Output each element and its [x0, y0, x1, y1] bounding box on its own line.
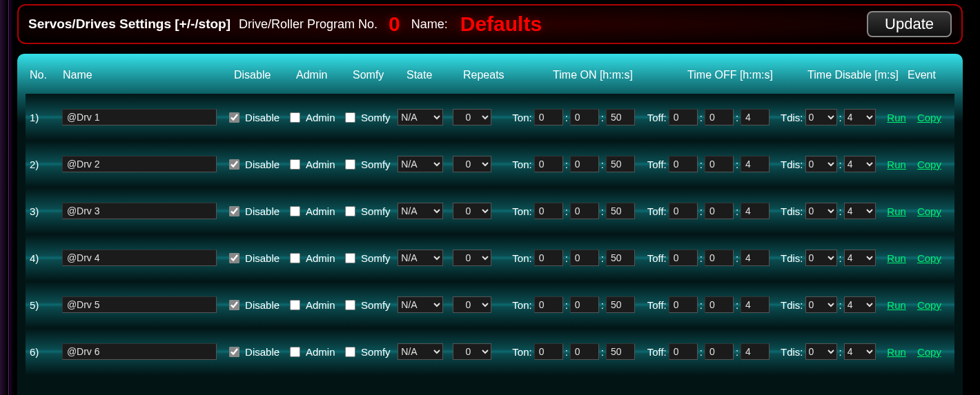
name-input[interactable]: [62, 250, 217, 266]
ton-h-input[interactable]: [534, 250, 563, 266]
toff-h-input[interactable]: [669, 343, 698, 360]
repeats-select[interactable]: 0: [453, 156, 491, 172]
colon: :: [736, 252, 738, 264]
ton-h-input[interactable]: [534, 156, 563, 172]
ton-s-input[interactable]: [606, 109, 635, 125]
tdis-m-select[interactable]: 0: [805, 156, 837, 172]
tdis-m-select[interactable]: 0: [805, 296, 837, 313]
ton-h-input[interactable]: [534, 343, 563, 360]
ton-m-input[interactable]: [570, 109, 599, 125]
toff-s-input[interactable]: [741, 203, 770, 219]
toff-h-input[interactable]: [669, 296, 698, 313]
copy-link[interactable]: Copy: [917, 346, 941, 358]
name-input[interactable]: [62, 343, 217, 360]
copy-link[interactable]: Copy: [917, 252, 941, 264]
somfy-checkbox[interactable]: [345, 347, 355, 357]
admin-checkbox[interactable]: [290, 112, 300, 123]
run-link[interactable]: Run: [887, 112, 906, 123]
copy-link[interactable]: Copy: [917, 159, 941, 170]
disable-checkbox[interactable]: [229, 300, 239, 310]
toff-s-input[interactable]: [741, 250, 770, 266]
toff-m-input[interactable]: [705, 250, 734, 266]
state-select[interactable]: N/A: [398, 156, 443, 172]
ton-m-input[interactable]: [570, 203, 599, 219]
state-select[interactable]: N/A: [398, 343, 443, 360]
somfy-checkbox[interactable]: [345, 300, 355, 310]
copy-link[interactable]: Copy: [917, 299, 941, 311]
toff-m-input[interactable]: [705, 156, 734, 172]
ton-h-input[interactable]: [534, 109, 563, 125]
toff-s-input[interactable]: [741, 156, 770, 172]
toff-s-input[interactable]: [741, 343, 770, 360]
disable-checkbox[interactable]: [229, 159, 239, 170]
copy-link[interactable]: Copy: [917, 112, 941, 123]
tdis-s-select[interactable]: 4: [844, 203, 876, 219]
toff-m-input[interactable]: [705, 109, 734, 125]
tdis-s-select[interactable]: 4: [844, 156, 876, 172]
update-button[interactable]: Update: [867, 11, 952, 37]
run-link[interactable]: Run: [887, 346, 906, 358]
somfy-checkbox[interactable]: [345, 112, 355, 123]
admin-label: Admin: [306, 159, 335, 170]
admin-checkbox[interactable]: [290, 206, 300, 216]
ton-m-input[interactable]: [570, 156, 599, 172]
ton-m-input[interactable]: [570, 250, 599, 266]
ton-s-input[interactable]: [606, 250, 635, 266]
toff-m-input[interactable]: [705, 296, 734, 313]
tdis-s-select[interactable]: 4: [844, 296, 876, 313]
toff-s-input[interactable]: [741, 296, 770, 313]
somfy-checkbox[interactable]: [345, 159, 355, 170]
ton-m-input[interactable]: [570, 296, 599, 313]
ton-m-input[interactable]: [570, 343, 599, 360]
state-select[interactable]: N/A: [398, 109, 443, 125]
admin-checkbox[interactable]: [290, 253, 300, 263]
disable-checkbox[interactable]: [229, 253, 239, 263]
name-input[interactable]: [62, 156, 217, 172]
toff-h-input[interactable]: [669, 203, 698, 219]
tdis-m-select[interactable]: 0: [805, 250, 837, 266]
name-input[interactable]: [62, 203, 217, 219]
ton-s-input[interactable]: [606, 296, 635, 313]
toff-h-input[interactable]: [669, 156, 698, 172]
repeats-select[interactable]: 0: [453, 109, 491, 125]
tdis-s-select[interactable]: 4: [844, 250, 876, 266]
disable-checkbox[interactable]: [229, 112, 239, 123]
admin-checkbox[interactable]: [290, 347, 300, 357]
tdis-s-select[interactable]: 4: [844, 343, 876, 360]
somfy-checkbox[interactable]: [345, 253, 355, 263]
toff-h-input[interactable]: [669, 250, 698, 266]
state-select[interactable]: N/A: [398, 296, 443, 313]
ton-s-input[interactable]: [606, 343, 635, 360]
ton-s-input[interactable]: [606, 156, 635, 172]
ton-h-input[interactable]: [534, 296, 563, 313]
admin-checkbox[interactable]: [290, 300, 300, 310]
run-link[interactable]: Run: [887, 205, 906, 217]
disable-label: Disable: [245, 299, 280, 311]
repeats-select[interactable]: 0: [453, 296, 491, 313]
run-link[interactable]: Run: [887, 159, 906, 170]
toff-s-input[interactable]: [741, 109, 770, 125]
tdis-m-select[interactable]: 0: [805, 203, 837, 219]
name-input[interactable]: [62, 109, 217, 125]
repeats-select[interactable]: 0: [453, 203, 491, 219]
repeats-select[interactable]: 0: [453, 250, 491, 266]
admin-checkbox[interactable]: [290, 159, 300, 170]
toff-h-input[interactable]: [669, 109, 698, 125]
somfy-checkbox[interactable]: [345, 206, 355, 216]
disable-checkbox[interactable]: [229, 206, 239, 216]
ton-h-input[interactable]: [534, 203, 563, 219]
toff-m-input[interactable]: [705, 203, 734, 219]
state-select[interactable]: N/A: [398, 250, 443, 266]
run-link[interactable]: Run: [887, 299, 906, 311]
toff-m-input[interactable]: [705, 343, 734, 360]
disable-checkbox[interactable]: [229, 347, 239, 357]
repeats-select[interactable]: 0: [453, 343, 491, 360]
tdis-m-select[interactable]: 0: [805, 343, 837, 360]
state-select[interactable]: N/A: [398, 203, 443, 219]
copy-link[interactable]: Copy: [917, 205, 941, 217]
run-link[interactable]: Run: [887, 252, 906, 264]
tdis-s-select[interactable]: 4: [844, 109, 876, 125]
ton-s-input[interactable]: [606, 203, 635, 219]
tdis-m-select[interactable]: 0: [805, 109, 837, 125]
name-input[interactable]: [62, 296, 217, 313]
